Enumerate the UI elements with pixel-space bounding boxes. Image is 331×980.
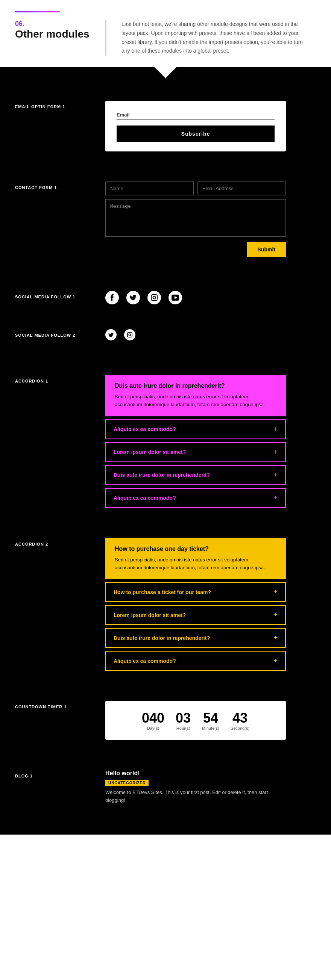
accordion2-item-3-label: Duis aute irure dolor in reprehenderit? xyxy=(114,635,210,641)
accordion2-item-4[interactable]: Aliquip ex ea commodo? + xyxy=(105,651,286,671)
contact-form-section: CONTACT FORM 1 Submit xyxy=(0,170,331,276)
accordion1-content: Duis aute irure dolor in reprehenderit? … xyxy=(105,375,316,508)
social1-label: SOCIAL MEDIA FOLLOW 1 xyxy=(15,294,90,299)
accordion1-header: Duis aute irure dolor in reprehenderit? … xyxy=(105,375,286,416)
accordion2-item-4-plus: + xyxy=(273,657,278,665)
countdown-minutes: 54 Minute(s) xyxy=(202,710,219,730)
accordion1-item-1[interactable]: Aliquip ex ea commodo? + xyxy=(105,419,286,439)
social1-container: SOCIAL MEDIA FOLLOW 1 xyxy=(15,291,316,310)
contact-name-input[interactable] xyxy=(105,181,194,196)
email-form-box: Email Subscribe xyxy=(105,101,286,151)
accordion2-header: How to purchase one day ticket? Sed ut p… xyxy=(105,538,286,579)
accordion1-section: ACCORDION 1 Duis aute irure dolor in rep… xyxy=(0,364,331,527)
social1-label-col: SOCIAL MEDIA FOLLOW 1 xyxy=(15,291,90,310)
accordion2-item-2[interactable]: Lorem ipsum dolor sit amet? + xyxy=(105,605,286,625)
countdown-days: 040 Day(s) xyxy=(142,710,165,730)
blog-category-badge[interactable]: UNCATEGORIZED xyxy=(105,780,149,786)
facebook-icon[interactable] xyxy=(105,291,119,304)
arrow-shape xyxy=(154,67,177,78)
accordion2-item-2-label: Lorem ipsum dolor sit amet? xyxy=(114,612,186,618)
social2-instagram-icon[interactable] xyxy=(124,329,136,340)
accordion2-item-3[interactable]: Duis aute irure dolor in reprehenderit? … xyxy=(105,628,286,648)
countdown-minutes-label: Minute(s) xyxy=(202,726,219,730)
accordion1-box: Duis aute irure dolor in reprehenderit? … xyxy=(105,375,286,508)
header-divider xyxy=(105,20,106,56)
svg-point-1 xyxy=(153,296,156,299)
accordion2-label: ACCORDION 2 xyxy=(15,542,90,546)
countdown-days-number: 040 xyxy=(142,710,165,726)
accordion2-item-3-plus: + xyxy=(273,634,278,642)
accordion2-header-body: Sed ut perspiciatis, unde omnis iste nat… xyxy=(115,556,277,572)
accordion2-content: How to purchase one day ticket? Sed ut p… xyxy=(105,538,316,671)
svg-rect-5 xyxy=(128,332,132,337)
header-title: Other modules xyxy=(15,28,90,41)
countdown-minutes-number: 54 xyxy=(202,710,219,726)
social2-icons xyxy=(105,329,316,340)
countdown-hours-number: 03 xyxy=(176,710,191,726)
header-description: Last but not least, we're sharing other … xyxy=(122,20,310,56)
countdown-label: COUNTDOWN TIMER 1 xyxy=(15,705,90,709)
svg-point-6 xyxy=(129,334,131,336)
contact-form-container: CONTACT FORM 1 Submit xyxy=(15,181,316,257)
accordion1-item-4[interactable]: Aliquip ex ea commodo? + xyxy=(105,488,286,508)
accordion1-header-body: Sed ut perspiciatis, unde omnis iste nat… xyxy=(115,393,277,409)
email-optin-content: Email Subscribe xyxy=(105,101,316,151)
contact-email-input[interactable] xyxy=(197,181,286,196)
email-field-label: Email xyxy=(117,112,275,118)
countdown-container: COUNTDOWN TIMER 1 040 Day(s) 03 Hour(s) … xyxy=(15,701,316,740)
social2-container: SOCIAL MEDIA FOLLOW 2 xyxy=(15,329,316,349)
accordion2-container: ACCORDION 2 How to purchase one day tick… xyxy=(15,538,316,671)
accordion2-item-2-plus: + xyxy=(273,611,278,619)
accordion2-item-1-plus: + xyxy=(273,588,278,596)
header-number: 06. xyxy=(15,20,24,27)
youtube-icon[interactable] xyxy=(168,291,182,304)
accordion1-label: ACCORDION 1 xyxy=(15,379,90,383)
header-top-line xyxy=(15,11,60,13)
contact-name-email-row xyxy=(105,181,286,196)
arrow-divider-container xyxy=(0,67,331,82)
email-optin-section: EMAIL OPTIN FORM 1 Email Subscribe xyxy=(0,82,331,170)
social1-content xyxy=(105,291,316,304)
accordion2-box: How to purchase one day ticket? Sed ut p… xyxy=(105,538,286,671)
accordion2-header-title: How to purchase one day ticket? xyxy=(115,546,277,552)
contact-form-label-col: CONTACT FORM 1 xyxy=(15,181,90,201)
contact-form-content: Submit xyxy=(105,181,316,257)
header-title-block: 06. Other modules xyxy=(15,20,90,56)
instagram-icon[interactable] xyxy=(147,291,161,304)
svg-point-7 xyxy=(131,333,132,334)
header-section: 06. Other modules Last but not least, we… xyxy=(0,0,331,67)
accordion2-label-col: ACCORDION 2 xyxy=(15,538,90,558)
accordion1-item-2-label: Lorem ipsum dolor sit amet? xyxy=(114,449,186,455)
blog-container: BLOG 1 Hello world! UNCATEGORIZED Welcom… xyxy=(15,770,316,805)
countdown-hours: 03 Hour(s) xyxy=(176,710,191,730)
accordion1-item-3-label: Duis aute irure dolor in reprehenderit? xyxy=(114,472,210,478)
countdown-days-label: Day(s) xyxy=(142,726,165,730)
countdown-hours-label: Hour(s) xyxy=(176,726,191,730)
blog-post-title[interactable]: Hello world! xyxy=(105,770,286,777)
social2-label-col: SOCIAL MEDIA FOLLOW 2 xyxy=(15,329,90,349)
accordion1-item-1-label: Aliquip ex ea commodo? xyxy=(114,426,176,432)
svg-point-2 xyxy=(156,296,157,296)
contact-message-textarea[interactable] xyxy=(105,199,286,237)
accordion1-container: ACCORDION 1 Duis aute irure dolor in rep… xyxy=(15,375,316,508)
subscribe-button[interactable]: Subscribe xyxy=(117,126,275,142)
blog-post: Hello world! UNCATEGORIZED Welcome to ET… xyxy=(105,770,286,805)
social2-twitter-icon[interactable] xyxy=(105,329,117,340)
blog-label: BLOG 1 xyxy=(15,774,90,778)
countdown-section: COUNTDOWN TIMER 1 040 Day(s) 03 Hour(s) … xyxy=(0,689,331,759)
accordion1-item-2[interactable]: Lorem ipsum dolor sit amet? + xyxy=(105,442,286,462)
contact-submit-button[interactable]: Submit xyxy=(247,242,286,257)
social2-label: SOCIAL MEDIA FOLLOW 2 xyxy=(15,333,90,337)
countdown-box: 040 Day(s) 03 Hour(s) 54 Minute(s) 43 Se… xyxy=(105,701,286,740)
accordion1-item-1-plus: + xyxy=(273,425,278,433)
accordion1-item-3[interactable]: Duis aute irure dolor in reprehenderit? … xyxy=(105,465,286,485)
accordion2-item-1[interactable]: How to purchase a ticket for our team? + xyxy=(105,582,286,602)
twitter-icon[interactable] xyxy=(126,291,140,304)
accordion1-item-4-label: Aliquip ex ea commodo? xyxy=(114,495,176,501)
contact-form-label: CONTACT FORM 1 xyxy=(15,185,90,190)
countdown-content: 040 Day(s) 03 Hour(s) 54 Minute(s) 43 Se… xyxy=(105,701,316,740)
blog-section: BLOG 1 Hello world! UNCATEGORIZED Welcom… xyxy=(0,759,331,835)
social1-icons xyxy=(105,291,316,304)
email-optin-container: EMAIL OPTIN FORM 1 Email Subscribe xyxy=(15,101,316,151)
countdown-seconds: 43 Second(s) xyxy=(230,710,249,730)
